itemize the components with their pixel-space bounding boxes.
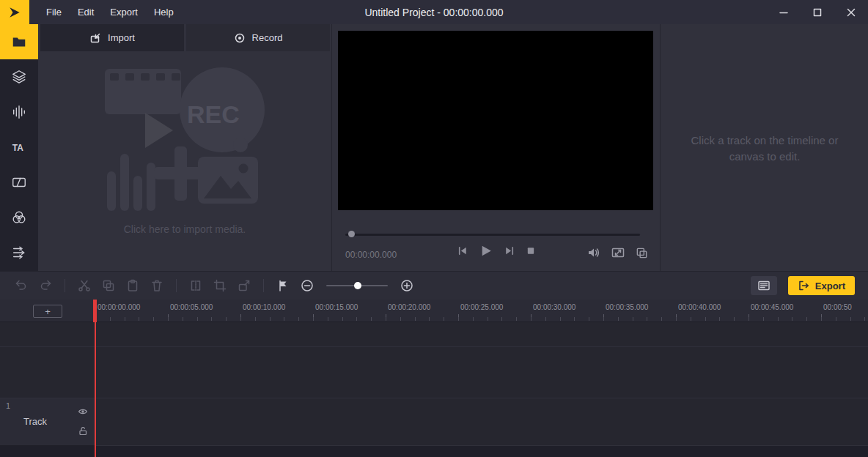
ruler-label: 00:00:35.000 [606,303,648,311]
media-tabs: Import Record [40,24,330,51]
toolbar-divider [176,279,177,292]
tab-import[interactable]: Import [40,24,184,51]
next-frame-icon [504,245,515,256]
menu-file[interactable]: File [38,0,70,24]
redo-button[interactable] [36,276,55,295]
timeline-below-tracks [0,446,868,457]
duplicate-view-button[interactable] [636,247,648,259]
resize-canvas-button[interactable] [611,246,625,259]
ruler-label: 00:00:10.000 [243,303,285,311]
toolbar-tools [0,272,868,300]
cut-button[interactable] [75,276,94,295]
ruler-label: 00:00:20.000 [388,303,430,311]
timeline-zoom-slider[interactable] [326,285,388,286]
seek-bar[interactable] [345,231,640,238]
export-button[interactable]: Export [788,276,855,295]
play-icon [479,244,493,258]
menu-help[interactable]: Help [146,0,182,24]
copy-button[interactable] [99,276,118,295]
render-list-button[interactable] [751,276,777,295]
close-button[interactable] [834,0,868,24]
copy-icon [102,279,115,292]
record-icon [234,32,246,44]
filters-icon [11,209,27,226]
zoom-slider-handle[interactable] [354,282,361,289]
minimize-button[interactable] [767,0,801,24]
paste-button[interactable] [123,276,142,295]
timeline-lane[interactable] [0,347,868,398]
split-icon [189,279,202,292]
sidebar-item-transitions[interactable] [0,165,38,200]
seek-track[interactable] [345,234,640,236]
sidebar-item-media[interactable] [0,24,38,59]
undo-icon [15,279,28,292]
preview-panel: 00:00:00.000 [331,24,660,271]
ruler-label: 00:00:25.000 [460,303,503,311]
playhead-handle[interactable] [93,300,97,322]
cut-icon [78,279,91,292]
ruler-minor-ticks [95,317,868,321]
maximize-button[interactable] [801,0,834,24]
zoom-out-button[interactable] [298,276,317,295]
sidebar-item-filters[interactable] [0,200,38,235]
add-track-button[interactable]: + [33,305,62,318]
ruler-label: 00:00:05.000 [170,303,213,311]
animation-icon [11,245,27,261]
seek-handle[interactable] [348,231,355,237]
ruler-label: 00:00:00.000 [98,303,140,311]
track-lock-toggle[interactable] [78,426,88,436]
properties-panel: Click a track on the timeline or canvas … [660,24,868,271]
timeline-lane[interactable] [0,322,868,347]
track-visibility-toggle[interactable] [78,406,88,417]
delete-button[interactable] [147,276,166,295]
undo-button[interactable] [12,276,31,295]
svg-text:TA: TA [12,143,23,153]
tab-record-label: Record [252,32,283,43]
detach-icon [238,279,251,292]
zoom-in-button[interactable] [397,276,416,295]
split-button[interactable] [186,276,205,295]
playhead[interactable] [95,300,96,457]
video-canvas[interactable] [338,31,653,210]
zoom-in-icon [400,279,413,292]
crop-button[interactable] [210,276,229,295]
import-hint[interactable]: Click here to import media. [38,223,331,235]
import-icon [89,32,101,44]
menu-export[interactable]: Export [102,0,146,24]
marker-icon [276,279,290,292]
tab-import-label: Import [108,32,135,43]
previous-frame-button[interactable] [457,245,468,256]
marker-button[interactable] [273,276,293,295]
sidebar-item-text[interactable]: TA [0,130,38,165]
stop-icon [526,246,535,256]
playback-time: 00:00:00.000 [345,250,397,260]
zoom-out-icon [301,279,314,292]
transition-icon [11,174,27,190]
timeline: + 00:00:00.000 00:00:05.000 00:00:10.000… [0,300,868,457]
minimize-icon [779,8,788,17]
play-button[interactable] [479,244,493,258]
toolbar-divider [65,279,65,292]
timeline-ruler[interactable]: + 00:00:00.000 00:00:05.000 00:00:10.000… [0,300,868,322]
properties-hint: Click a track on the timeline or canvas … [673,133,856,165]
track-header[interactable]: 1 Track [0,398,95,446]
ruler-label: 00:00:45.000 [751,303,793,311]
ruler-label: 00:00:40.000 [678,303,721,311]
menu-edit[interactable]: Edit [70,0,102,24]
sidebar: TA [0,24,38,271]
previous-frame-icon [457,245,468,256]
import-dropzone[interactable]: REC [103,64,267,215]
toolbar-right: Export [751,276,855,295]
sidebar-item-audio[interactable] [0,94,38,130]
detach-button[interactable] [235,276,254,295]
transport-controls [457,244,535,258]
sidebar-item-animations[interactable] [0,235,38,270]
next-frame-button[interactable] [504,245,515,256]
unlock-icon [78,426,88,436]
volume-button[interactable] [587,246,600,259]
sidebar-item-layers[interactable] [0,59,38,94]
tab-record[interactable]: Record [186,24,330,51]
app-logo[interactable] [0,0,29,24]
timeline-lane[interactable] [0,398,868,446]
stop-button[interactable] [526,246,535,256]
